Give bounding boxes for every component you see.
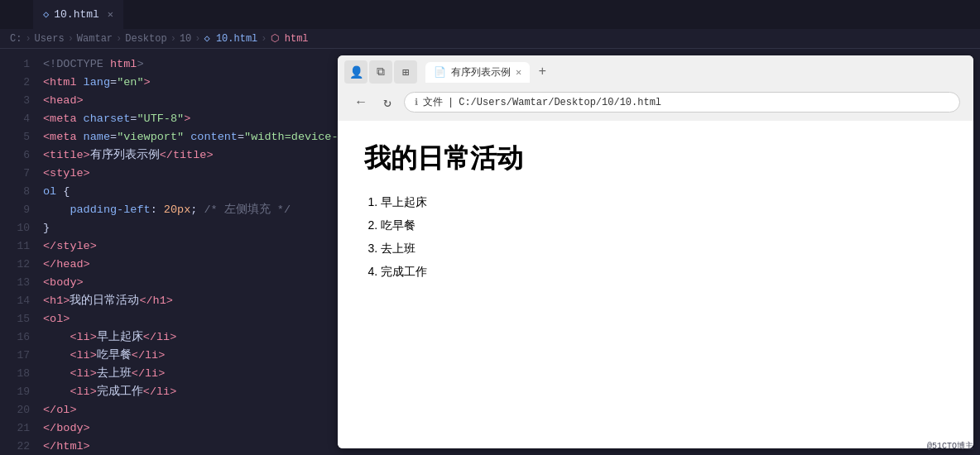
breadcrumb-part: Users <box>35 33 65 45</box>
editor-line: 12</head> <box>0 256 338 274</box>
editor-line: 20</ol> <box>0 401 338 419</box>
user-icon-button[interactable]: 👤 <box>344 60 368 84</box>
line-number: 20 <box>7 401 30 419</box>
editor-line: 21</body> <box>0 419 338 438</box>
line-content: </body> <box>43 419 90 438</box>
line-content: <li>完成工作</li> <box>43 383 176 401</box>
editor-line: 3<head> <box>0 92 338 110</box>
tab-close-button[interactable]: ✕ <box>108 8 113 21</box>
preview-heading: 我的日常活动 <box>364 141 947 177</box>
line-number: 7 <box>7 165 30 183</box>
editor-line: 15<ol> <box>0 310 338 328</box>
address-text: 文件 <box>423 95 443 109</box>
line-content: <title>有序列表示例</title> <box>43 146 214 165</box>
browser-content: 我的日常活动 早上起床吃早餐去上班完成工作 <box>338 121 973 448</box>
editor-line: 7<style> <box>0 165 338 183</box>
line-content: <meta charset="UTF-8"> <box>43 110 190 128</box>
address-separator: | <box>448 97 454 108</box>
line-number: 5 <box>7 128 30 146</box>
line-number: 1 <box>7 55 30 74</box>
editor-line: 14<h1>我的日常活动</h1> <box>0 292 338 310</box>
editor-line: 1<!DOCTYPE html> <box>0 55 338 74</box>
line-content: <html lang="en"> <box>43 74 151 92</box>
editor-line: 8ol { <box>0 183 338 201</box>
browser-chrome: 👤 ⧉ ⊞ 📄 有序列表示例 ✕ + ← ↻ ℹ 文件 | C:/Users/W… <box>338 55 973 121</box>
editor-line: 16 <li>早上起床</li> <box>0 328 338 347</box>
line-number: 4 <box>7 110 30 128</box>
file-icon: ◇ <box>43 8 49 21</box>
browser-tab-active[interactable]: 📄 有序列表示例 ✕ <box>425 62 530 83</box>
breadcrumb-part: 10 <box>180 33 191 45</box>
line-content: <h1>我的日常活动</h1> <box>43 292 173 310</box>
line-content: </ol> <box>43 401 77 419</box>
editor-line: 5<meta name="viewport" content="width=de… <box>0 128 338 146</box>
security-icon: ℹ <box>415 97 418 108</box>
breadcrumb-part: Wamtar <box>77 33 113 45</box>
line-number: 10 <box>7 219 30 237</box>
watermark: @51CTO博主 <box>927 440 973 452</box>
editor-line: 2<html lang="en"> <box>0 74 338 92</box>
new-tab-button[interactable]: + <box>531 61 553 83</box>
browser-tab-title: 有序列表示例 <box>451 65 511 79</box>
line-number: 12 <box>7 256 30 274</box>
breadcrumb: C: › Users › Wamtar › Desktop › 10 › ◇ 1… <box>0 29 980 49</box>
breadcrumb-tag: ⬡ html <box>271 32 309 45</box>
code-editor[interactable]: 1<!DOCTYPE html>2<html lang="en">3<head>… <box>0 49 338 455</box>
line-number: 17 <box>7 347 30 365</box>
grid-icon-button[interactable]: ⊞ <box>394 60 417 84</box>
line-content: padding-left: 20px; /* 左侧填充 */ <box>43 201 291 219</box>
list-item: 早上起床 <box>381 190 947 213</box>
main-area: 1<!DOCTYPE html>2<html lang="en">3<head>… <box>0 49 980 455</box>
editor-line: 13<body> <box>0 274 338 292</box>
editor-line: 11</style> <box>0 237 338 256</box>
line-content: <!DOCTYPE html> <box>43 55 144 74</box>
line-number: 18 <box>7 365 30 383</box>
address-url: C:/Users/Wamtar/Desktop/10/10.html <box>459 97 661 108</box>
breadcrumb-file: ◇ 10.html <box>204 32 257 45</box>
tab-bar: ◇ 10.html ✕ <box>0 0 980 29</box>
editor-line: 18 <li>去上班</li> <box>0 365 338 383</box>
browser-addressbar: ← ↻ ℹ 文件 | C:/Users/Wamtar/Desktop/10/10… <box>344 89 967 116</box>
line-content: <li>去上班</li> <box>43 365 165 383</box>
line-number: 22 <box>7 438 30 455</box>
browser-tab-close-button[interactable]: ✕ <box>516 66 521 79</box>
line-content: <style> <box>43 165 90 183</box>
line-number: 2 <box>7 74 30 92</box>
list-item: 吃早餐 <box>381 213 947 237</box>
line-number: 6 <box>7 146 30 165</box>
list-item: 去上班 <box>381 237 947 260</box>
browser-panel: 👤 ⧉ ⊞ 📄 有序列表示例 ✕ + ← ↻ ℹ 文件 | C:/Users/W… <box>338 55 973 448</box>
editor-line: 17 <li>吃早餐</li> <box>0 347 338 365</box>
editor-line: 4<meta charset="UTF-8"> <box>0 110 338 128</box>
list-item: 完成工作 <box>381 260 947 283</box>
line-content: <ol> <box>43 310 70 328</box>
reload-button[interactable]: ↻ <box>377 93 397 113</box>
line-number: 21 <box>7 419 30 438</box>
editor-line: 10} <box>0 219 338 237</box>
editor-line: 9 padding-left: 20px; /* 左侧填充 */ <box>0 201 338 219</box>
preview-list: 早上起床吃早餐去上班完成工作 <box>364 190 947 283</box>
address-bar[interactable]: ℹ 文件 | C:/Users/Wamtar/Desktop/10/10.htm… <box>404 92 960 113</box>
line-number: 11 <box>7 237 30 256</box>
back-button[interactable]: ← <box>351 93 371 113</box>
tab-item[interactable]: ◇ 10.html ✕ <box>33 0 123 29</box>
line-number: 16 <box>7 328 30 347</box>
line-number: 9 <box>7 201 30 219</box>
line-content: </html> <box>43 438 90 455</box>
line-number: 14 <box>7 292 30 310</box>
line-number: 8 <box>7 183 30 201</box>
line-number: 19 <box>7 383 30 401</box>
browser-tabs: 👤 ⧉ ⊞ 📄 有序列表示例 ✕ + <box>344 60 967 84</box>
editor-line: 6<title>有序列表示例</title> <box>0 146 338 165</box>
line-number: 15 <box>7 310 30 328</box>
line-content: <li>吃早餐</li> <box>43 347 165 365</box>
line-content: } <box>43 219 50 237</box>
editor-line: 19 <li>完成工作</li> <box>0 383 338 401</box>
line-content: </head> <box>43 256 90 274</box>
line-content: <head> <box>43 92 84 110</box>
line-content: <meta name="viewport" content="width=dev… <box>43 128 338 146</box>
tab-file-icon: 📄 <box>434 66 446 79</box>
line-content: </style> <box>43 237 97 256</box>
line-content: ol { <box>43 183 70 201</box>
copy-icon-button[interactable]: ⧉ <box>369 60 392 84</box>
